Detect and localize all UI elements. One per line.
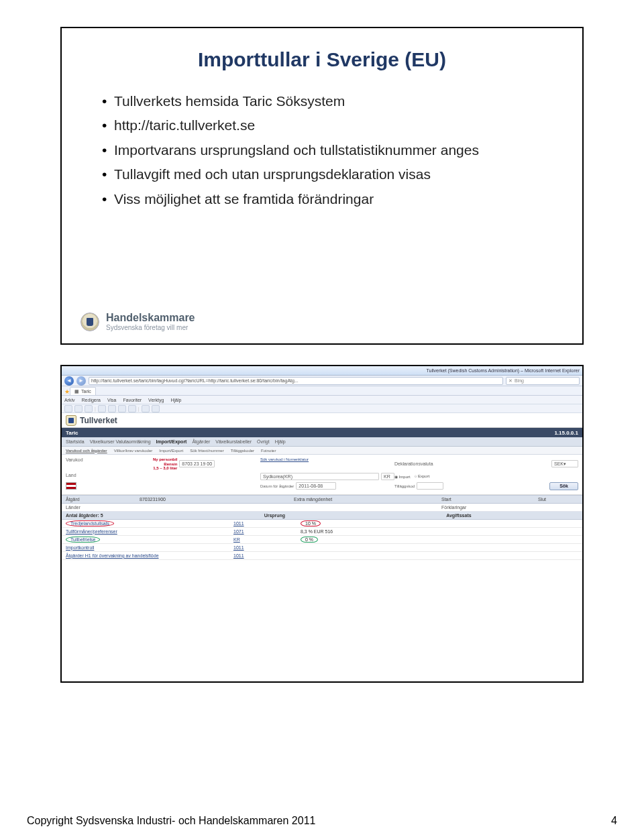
page: Importtullar i Sverige (EU) Tullverkets … (0, 0, 644, 839)
row-code[interactable]: 1011 (233, 521, 301, 526)
row-code[interactable]: 1011 (233, 545, 301, 550)
results-rows: Tredjelandstullsats 1011 10 % Tullförmån… (62, 520, 582, 560)
tool-icon[interactable] (64, 405, 72, 412)
browser-search-input[interactable]: ✕ Bing (506, 377, 580, 385)
results-count-bar: Antal åtgärder: 5 Ursprung Avgiftssats (62, 512, 582, 520)
row-name[interactable]: Importkontroll (66, 545, 233, 550)
bullet-item: Tullverkets hemsida Taric Söksystem (102, 91, 555, 111)
datum-input[interactable]: 2011-08-08 (296, 482, 336, 490)
tool-icon[interactable] (142, 405, 150, 412)
star-icon[interactable]: ★ (64, 388, 70, 395)
tillagg-label: Tilläggskod (394, 484, 415, 488)
row-code[interactable]: KR (233, 537, 301, 542)
slide-2: Tullverket (Swedish Customs Administrati… (60, 365, 584, 683)
back-button[interactable]: ◄ (64, 376, 74, 386)
taric-tabs: Startsida Växelkurser Valutaomräkning Im… (62, 437, 582, 447)
note-line: 1,5 – 3,0 liter (153, 466, 177, 471)
row-value: 0 % (301, 537, 318, 543)
result-row: Tullbefrielse KR 0 % (62, 536, 582, 544)
tool-icon[interactable] (85, 405, 93, 412)
site-header: Tullverket (62, 413, 582, 428)
avgift-label: Avgiftssats (446, 513, 471, 518)
tool-icon[interactable] (128, 405, 136, 412)
forward-button[interactable]: ► (76, 376, 86, 386)
taric-tab[interactable]: Åtgärder (192, 439, 210, 444)
import-radio[interactable]: ◉ Import (394, 474, 411, 479)
row-name[interactable]: Åtgärder H1 för övervakning av handelsfl… (66, 553, 233, 558)
taric-tab[interactable]: Växelkurser Valutaomräkning (90, 439, 151, 444)
tool-icon[interactable] (108, 405, 116, 412)
slide-1: Importtullar i Sverige (EU) Tullverkets … (60, 27, 584, 345)
subtab[interactable]: Villkor/krav varukoder (114, 449, 153, 453)
address-input[interactable]: http://taric.tullverket.se/taric/bin/tag… (89, 377, 503, 385)
result-row: Importkontroll 1011 (62, 544, 582, 552)
tool-icon[interactable] (74, 405, 83, 412)
tool-icon[interactable] (118, 405, 126, 412)
col-value: 8703231900 (140, 497, 294, 502)
row-name[interactable]: Tredjelandstullsats (66, 520, 114, 526)
sub-label: Länder (66, 505, 140, 510)
row-name[interactable]: Tullbefrielse (66, 537, 100, 543)
search-icon: ✕ (508, 378, 513, 384)
deklv-value: SEK (554, 461, 564, 466)
varukod-input[interactable]: 8703 23 19 00 (179, 460, 215, 467)
radio-label: Export (418, 474, 429, 478)
logo-area: Handelskammare Sydsvenska företag vill m… (80, 312, 195, 331)
result-count: Antal åtgärder: 5 (66, 513, 103, 518)
menu-item[interactable]: Visa (107, 398, 117, 402)
taric-subtabs: Varukod och åtgärder Villkor/krav varuko… (62, 447, 582, 455)
browser-tab[interactable]: ▦ Taric (70, 387, 96, 395)
bullet-item: Importvarans ursprungsland och tullstati… (102, 140, 555, 160)
col-header: Extra mängdenhet (294, 497, 441, 502)
deklv-label: Deklarationsvaluta (394, 461, 433, 466)
menu-item[interactable]: Arkiv (64, 398, 75, 402)
browser-tabs: ★ ▦ Taric (62, 386, 582, 396)
export-radio[interactable]: ○ Export (415, 474, 430, 478)
taric-tab[interactable]: Startsida (66, 439, 85, 444)
land-input[interactable]: Sydkorea(KR) (260, 473, 379, 480)
row-code[interactable]: 1011 (233, 553, 301, 558)
taric-tab[interactable]: Hjälp (275, 439, 286, 444)
ursprung-label: Ursprung (264, 513, 286, 518)
slide-title: Importtullar i Sverige (EU) (89, 48, 555, 71)
address-bar-row: ◄ ► http://taric.tullverket.se/taric/bin… (62, 376, 582, 386)
land-value: Sydkorea(KR) (263, 474, 292, 479)
subtab-active[interactable]: Varukod och åtgärder (66, 449, 107, 453)
varukod-note: Ny personbil Bensin 1,5 – 3,0 liter (153, 457, 177, 471)
menu-item[interactable]: Hjälp (170, 398, 181, 402)
deklv-select[interactable]: SEK ▾ (551, 460, 578, 467)
flag-icon (66, 482, 76, 490)
menu-item[interactable]: Redigera (82, 398, 101, 402)
search-button[interactable]: Sök (549, 482, 578, 490)
tool-icon[interactable] (98, 405, 106, 412)
bullet-list: Tullverkets hemsida Taric Söksystem http… (102, 91, 555, 209)
row-code[interactable]: 1071 (233, 529, 301, 534)
datum-value: 2011-08-08 (299, 484, 323, 488)
tool-icon[interactable] (152, 405, 160, 412)
result-row: Åtgärder H1 för övervakning av handelsfl… (62, 552, 582, 560)
subtab[interactable]: Sök fritext/nummer (190, 449, 223, 453)
row-name[interactable]: Tullförmåner/preferenser (66, 529, 233, 534)
taric-tab-active[interactable]: Import/Export (156, 439, 187, 444)
varukod-value: 8703 23 19 00 (182, 461, 212, 466)
land-code-input[interactable]: KR (381, 473, 394, 480)
crest-icon (80, 313, 99, 331)
menu-item[interactable]: Verktyg (148, 398, 164, 402)
subtab[interactable]: Tilläggskoder (231, 449, 254, 453)
taric-tab[interactable]: Övrigt (257, 439, 270, 444)
shield-icon (66, 415, 76, 426)
logo-text: Handelskammare Sydsvenska företag vill m… (106, 312, 195, 331)
search-form: Varukod Ny personbil Bensin 1,5 – 3,0 li… (62, 455, 582, 495)
note-line: Bensin (153, 462, 177, 467)
toolbar: | | (62, 404, 582, 413)
subtab[interactable]: Fotnoter (261, 449, 276, 453)
varukod-link[interactable]: Sök varukod i Nomenklatur (260, 457, 394, 471)
window-title: Tullverket (Swedish Customs Administrati… (427, 368, 580, 373)
page-number: 4 (611, 815, 617, 827)
tillagg-input[interactable] (417, 482, 443, 490)
menu-item[interactable]: Favoriter (123, 398, 142, 402)
url-text: http://taric.tullverket.se/taric/bin/tag… (91, 378, 299, 383)
subtab[interactable]: Import/Export (159, 449, 183, 453)
taric-tab[interactable]: Växelkurstabeller (215, 439, 252, 444)
row-value: 8,3 % EUR 516 (301, 529, 354, 534)
